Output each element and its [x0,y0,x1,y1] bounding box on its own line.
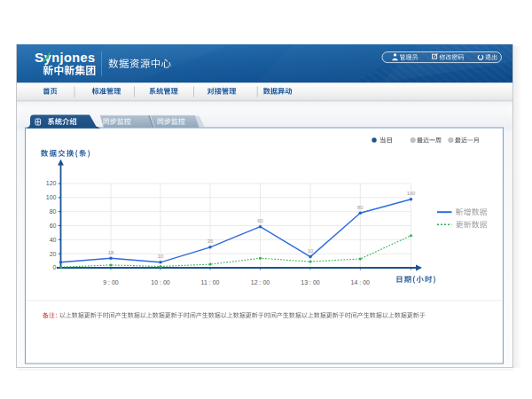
svg-text:40: 40 [50,237,57,243]
svg-text:80: 80 [50,208,57,215]
svg-text:100: 100 [407,191,416,196]
svg-text:12 : 00: 12 : 00 [251,279,270,286]
svg-text:13 : 00: 13 : 00 [301,279,320,286]
svg-text:9 : 00: 9 : 00 [103,279,119,286]
svg-text:14 : 00: 14 : 00 [351,279,371,286]
svg-text:20: 20 [50,251,57,257]
svg-text:10 : 00: 10 : 00 [151,279,170,286]
svg-text:10: 10 [158,254,163,259]
svg-text:100: 100 [46,194,57,200]
svg-text:120: 120 [46,180,57,186]
svg-text:60: 60 [257,218,262,223]
svg-text:80: 80 [357,205,363,210]
svg-text:0: 0 [53,264,57,270]
svg-text:35: 35 [207,239,213,244]
svg-text:11 : 00: 11 : 00 [201,279,220,286]
svg-text:60: 60 [50,223,57,229]
svg-text:10: 10 [308,248,313,254]
svg-text:Synjones: Synjones [35,50,95,65]
svg-text:18: 18 [108,250,113,255]
